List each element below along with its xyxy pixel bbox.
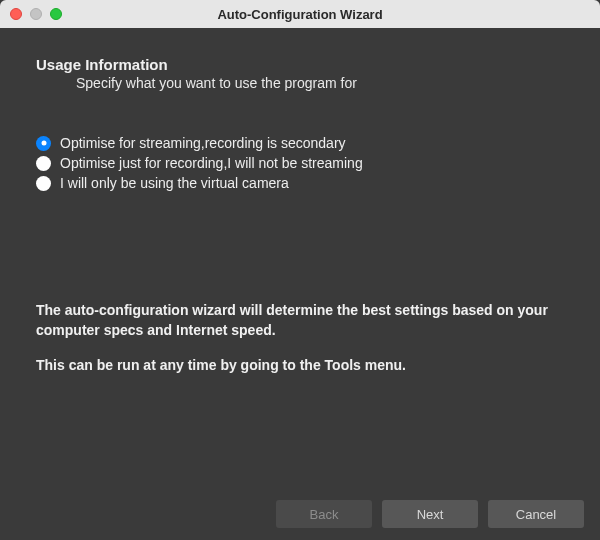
section-heading: Usage Information bbox=[36, 56, 564, 73]
minimize-icon bbox=[30, 8, 42, 20]
info-text: The auto-configuration wizard will deter… bbox=[36, 301, 564, 376]
close-icon[interactable] bbox=[10, 8, 22, 20]
window-title: Auto-Configuration Wizard bbox=[0, 7, 600, 22]
back-button: Back bbox=[276, 500, 372, 528]
traffic-lights bbox=[0, 8, 62, 20]
radio-icon[interactable] bbox=[36, 156, 51, 171]
button-bar: Back Next Cancel bbox=[276, 500, 584, 528]
option-streaming[interactable]: Optimise for streaming,recording is seco… bbox=[36, 135, 564, 151]
radio-icon[interactable] bbox=[36, 136, 51, 151]
option-recording[interactable]: Optimise just for recording,I will not b… bbox=[36, 155, 564, 171]
cancel-button[interactable]: Cancel bbox=[488, 500, 584, 528]
option-label: I will only be using the virtual camera bbox=[60, 175, 289, 191]
section-subheading: Specify what you want to use the program… bbox=[76, 75, 564, 91]
next-button[interactable]: Next bbox=[382, 500, 478, 528]
wizard-content: Usage Information Specify what you want … bbox=[0, 28, 600, 488]
info-line-2: This can be run at any time by going to … bbox=[36, 356, 564, 376]
radio-icon[interactable] bbox=[36, 176, 51, 191]
info-line-1: The auto-configuration wizard will deter… bbox=[36, 301, 564, 340]
option-virtual-camera[interactable]: I will only be using the virtual camera bbox=[36, 175, 564, 191]
option-label: Optimise just for recording,I will not b… bbox=[60, 155, 363, 171]
option-label: Optimise for streaming,recording is seco… bbox=[60, 135, 346, 151]
titlebar: Auto-Configuration Wizard bbox=[0, 0, 600, 28]
maximize-icon[interactable] bbox=[50, 8, 62, 20]
usage-options: Optimise for streaming,recording is seco… bbox=[36, 135, 564, 191]
